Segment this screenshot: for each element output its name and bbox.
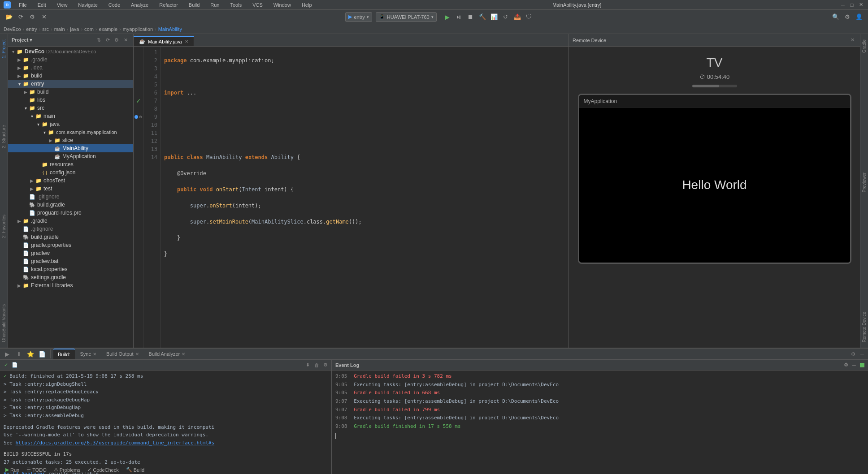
panel-gear-icon[interactable]: ⚙	[113, 36, 121, 44]
debug-button[interactable]: ⏯	[454, 12, 464, 22]
tree-item-entry-libs[interactable]: 📁 libs	[8, 96, 133, 104]
footer-tab-todo[interactable]: ☰ TODO	[23, 465, 50, 474]
sidebar-project-label[interactable]: 1: Project	[0, 36, 7, 62]
search-button[interactable]: 🔍	[830, 12, 841, 22]
footer-tab-problems[interactable]: ⚠ Problems	[50, 465, 84, 474]
event-log-content[interactable]: 9:05 Gradle build failed in 3 s 782 ms 9…	[332, 371, 868, 474]
bottom-tab-build[interactable]: Build:	[53, 349, 75, 359]
menu-code[interactable]: Code	[106, 2, 123, 8]
buildanalyzer-tab-close[interactable]: ✕	[182, 352, 185, 357]
tree-item-gitignore-root[interactable]: 📄 .gitignore	[8, 225, 133, 233]
tree-item-resources[interactable]: 📁 resources	[8, 160, 133, 168]
event-log-settings-icon[interactable]: ⚙	[842, 361, 850, 369]
tree-item-gradle-props[interactable]: 📄 gradle.properties	[8, 241, 133, 249]
toolbar-sync-icon[interactable]: ⟳	[15, 12, 26, 22]
menu-file[interactable]: File	[16, 2, 30, 8]
menu-vcs[interactable]: VCS	[250, 2, 265, 8]
tree-item-gradlew-bat[interactable]: 📄 gradlew.bat	[8, 257, 133, 265]
build-side-icon-4[interactable]: 📄	[37, 349, 48, 359]
toolbar-settings-icon[interactable]: ⚙	[27, 12, 38, 22]
profile-button[interactable]: 📊	[489, 12, 499, 22]
tree-item-ext-libs[interactable]: ▶ 📁 External Libraries	[8, 281, 133, 289]
build-button[interactable]: 🔨	[477, 12, 488, 22]
build-refresh-icon[interactable]: ⚙	[321, 361, 330, 369]
build-clear-icon[interactable]: 🗑	[312, 361, 321, 369]
tree-item-main[interactable]: ▾ 📁 main	[8, 112, 133, 120]
build-filter-icon[interactable]: ✓	[2, 361, 10, 369]
menu-window[interactable]: Window	[271, 2, 294, 8]
tree-item-ohostest[interactable]: ▶ 📁 ohosTest	[8, 177, 133, 185]
menu-edit[interactable]: Edit	[35, 2, 49, 8]
reload-button[interactable]: ↺	[500, 12, 511, 22]
menu-refactor[interactable]: Refactor	[156, 2, 181, 8]
tree-item-slice[interactable]: ▶ 📁 slice	[8, 136, 133, 144]
tree-item-entry-build[interactable]: ▶ 📁 build	[8, 88, 133, 96]
tree-item-gradle-folder[interactable]: ▶ 📁 .gradle	[8, 217, 133, 225]
bc-main[interactable]: main	[54, 26, 65, 32]
tree-item-proguard[interactable]: 📄 proguard-rules.pro	[8, 209, 133, 217]
panel-expand-icon[interactable]: ⇅	[95, 36, 103, 44]
coverage-button[interactable]: 🛡	[524, 12, 534, 22]
build-side-icon-2[interactable]: ⏸	[13, 349, 24, 359]
bc-myapplication[interactable]: myapplication	[123, 26, 153, 32]
build-output-content[interactable]: ✓ Build: finished at 2021-5-19 9:08 17 s…	[0, 371, 331, 474]
device-panel-close-icon[interactable]: ✕	[848, 36, 856, 44]
menu-navigate[interactable]: Navigate	[75, 2, 100, 8]
build-side-icon-3[interactable]: ⭐	[25, 349, 36, 359]
menu-view[interactable]: View	[54, 2, 70, 8]
tree-item-gradle[interactable]: ▶ 📁 .gradle	[8, 56, 133, 64]
sidebar-remotedevice-label[interactable]: Remote Device	[861, 308, 868, 346]
device-config-dropdown[interactable]: 📱 HUAWEI PLAT-760 ▾	[376, 12, 437, 22]
tree-item-gitignore-entry[interactable]: 📄 .gitignore	[8, 193, 133, 201]
footer-tab-run[interactable]: ▶ Run	[2, 465, 23, 474]
tab-close-button[interactable]: ✕	[185, 39, 188, 44]
tree-item-local-props[interactable]: 📄 local.properties	[8, 265, 133, 273]
tree-item-deveco[interactable]: ▾ 📁 DevEco D:\Documents\DevEco	[8, 47, 133, 56]
bottom-panel-settings-icon[interactable]: ⚙	[849, 350, 857, 358]
tree-item-gradlew[interactable]: 📄 gradlew	[8, 249, 133, 257]
bottom-tab-sync[interactable]: Sync ✕	[76, 349, 101, 359]
menu-help[interactable]: Help	[299, 2, 315, 8]
menu-run[interactable]: Run	[208, 2, 222, 8]
close-button[interactable]: ✕	[857, 1, 864, 9]
menu-tools[interactable]: Tools	[227, 2, 244, 8]
buildoutput-tab-close[interactable]: ✕	[135, 352, 139, 357]
bottom-panel-close-icon[interactable]: ─	[858, 350, 866, 358]
bc-example[interactable]: example	[99, 26, 118, 32]
sidebar-previewer-label[interactable]: Previewer	[861, 169, 868, 196]
sidebar-favorites-label[interactable]: 2: Favorites	[0, 211, 7, 241]
tree-item-java[interactable]: ▾ 📁 java	[8, 120, 133, 128]
footer-tab-codeccheck[interactable]: ✓ CodeCheck	[84, 465, 122, 474]
sync-tab-close[interactable]: ✕	[93, 352, 96, 357]
bc-com[interactable]: com	[84, 26, 94, 32]
sidebar-structure-label[interactable]: 2: Structure	[0, 121, 7, 152]
sidebar-gradle-label[interactable]: Gradle	[861, 36, 868, 56]
menu-analyze[interactable]: Analyze	[128, 2, 151, 8]
bc-java[interactable]: java	[70, 26, 79, 32]
build-scroll-icon[interactable]: ⬇	[304, 361, 312, 369]
tree-item-idea[interactable]: ▶ 📁 .idea	[8, 64, 133, 72]
bc-deveco[interactable]: DevEco	[4, 26, 21, 32]
bc-entry[interactable]: entry	[26, 26, 37, 32]
toolbar-folder-icon[interactable]: 📂	[4, 12, 14, 22]
code-content[interactable]: package com.example.myapplication; impor…	[161, 47, 569, 348]
tree-item-entry[interactable]: ▾ 📁 entry	[8, 80, 133, 88]
preferences-button[interactable]: ⚙	[842, 12, 853, 22]
editor-tab-mainability[interactable]: ☕ MainAbility.java ✕	[134, 36, 194, 46]
tree-item-test[interactable]: ▶ 📁 test	[8, 185, 133, 193]
tree-item-myapplication[interactable]: ☕ MyApplication	[8, 152, 133, 160]
menu-build[interactable]: Build	[186, 2, 202, 8]
sidebar-ohosbuilds-label[interactable]: OhosBuild Variants	[0, 301, 7, 346]
tree-item-config[interactable]: { } config.json	[8, 168, 133, 177]
panel-sync-icon[interactable]: ⟳	[104, 36, 112, 44]
tree-item-build-root[interactable]: ▶ 📁 build	[8, 72, 133, 80]
stop-button[interactable]: ⏹	[465, 12, 476, 22]
tree-item-src[interactable]: ▾ 📁 src	[8, 104, 133, 112]
tree-item-mainability[interactable]: ☕ MainAbility	[8, 144, 133, 152]
bottom-tab-buildanalyzer[interactable]: Build Analyzer ✕	[144, 349, 190, 359]
tree-item-build-gradle-root[interactable]: 🐘 build.gradle	[8, 233, 133, 241]
tree-item-build-gradle-entry[interactable]: 🐘 build.gradle	[8, 201, 133, 209]
run-button[interactable]: ▶	[442, 12, 453, 22]
minimize-button[interactable]: ─	[839, 1, 846, 9]
bottom-tab-buildoutput[interactable]: Build Output ✕	[102, 349, 143, 359]
